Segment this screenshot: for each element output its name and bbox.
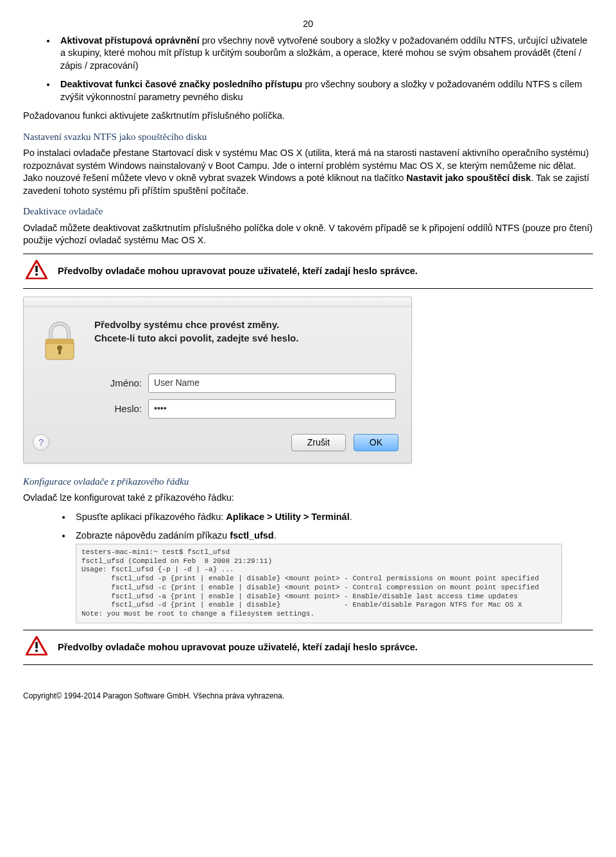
bullet-item: Zobrazte nápovědu zadáním příkazu fsctl_… bbox=[72, 530, 593, 623]
terminal-output: testers-mac-mini:~ test$ fsctl_ufsd fsct… bbox=[76, 544, 562, 623]
heading-cli: Konfigurace ovladače z příkazového řádku bbox=[23, 475, 593, 488]
svg-rect-2 bbox=[35, 273, 37, 275]
bullet-item: Deaktivovat funkci časové značky posledn… bbox=[56, 78, 593, 103]
ok-button[interactable]: OK bbox=[354, 434, 398, 451]
text-bold: Nastavit jako spouštěcí disk bbox=[406, 173, 531, 183]
alert-text: Předvolby ovladače mohou upravovat pouze… bbox=[58, 641, 418, 654]
password-label: Heslo: bbox=[101, 403, 142, 415]
cancel-button[interactable]: Zrušit bbox=[291, 434, 346, 451]
lock-icon bbox=[37, 318, 83, 368]
heading-deactivate: Deaktivace ovladače bbox=[23, 205, 593, 218]
cli-bullets: Spusťte aplikaci příkazového řádku: Apli… bbox=[23, 511, 593, 623]
bullet-item: Spusťte aplikaci příkazového řádku: Apli… bbox=[72, 511, 593, 524]
alert-box: Předvolby ovladače mohou upravovat pouze… bbox=[23, 254, 593, 290]
help-button[interactable]: ? bbox=[33, 434, 49, 451]
text: Spusťte aplikaci příkazového řádku: bbox=[76, 512, 226, 522]
paragraph: Ovladač lze konfigurovat také z příkazov… bbox=[23, 492, 593, 505]
warning-icon bbox=[26, 260, 47, 283]
paragraph: Po instalaci ovladače přestane Startovac… bbox=[23, 147, 593, 197]
bullet-bold: Aktivovat přístupová oprávnění bbox=[60, 35, 200, 46]
bullet-item: Aktivovat přístupová oprávnění pro všech… bbox=[56, 35, 593, 73]
svg-rect-1 bbox=[35, 266, 37, 272]
name-label: Jméno: bbox=[101, 377, 142, 390]
dialog-line1: Předvolby systému chce provést změny. bbox=[94, 318, 298, 331]
top-bullet-list: Aktivovat přístupová oprávnění pro všech… bbox=[23, 35, 593, 104]
alert-text: Předvolby ovladače mohou upravovat pouze… bbox=[58, 265, 418, 278]
password-field[interactable]: •••• bbox=[148, 399, 396, 419]
auth-dialog: Předvolby systému chce provést změny. Ch… bbox=[23, 297, 593, 463]
footer-copyright: Copyright© 1994-2014 Paragon Software Gm… bbox=[23, 691, 593, 701]
page-number: 20 bbox=[23, 18, 593, 31]
text: . bbox=[350, 512, 352, 522]
svg-rect-4 bbox=[46, 339, 74, 344]
text-bold: fsctl_ufsd bbox=[230, 530, 274, 541]
text-bold: Aplikace > Utility > Terminál bbox=[226, 512, 349, 522]
svg-rect-6 bbox=[58, 349, 61, 354]
warning-icon bbox=[26, 636, 47, 659]
bullet-bold: Deaktivovat funkci časové značky posledn… bbox=[60, 79, 302, 89]
paragraph: Ovladač můžete deaktivovat zaškrtnutím p… bbox=[23, 222, 593, 247]
svg-rect-9 bbox=[35, 650, 37, 652]
text: Zobrazte nápovědu zadáním příkazu bbox=[76, 530, 230, 541]
dialog-titlebar bbox=[24, 297, 411, 307]
heading-boot: Nastavení svazku NTFS jako spouštěcího d… bbox=[23, 130, 593, 143]
dialog-line2: Chcete-li tuto akci povolit, zadejte své… bbox=[94, 332, 298, 345]
name-field[interactable]: User Name bbox=[148, 374, 396, 393]
paragraph: Požadovanou funkci aktivujete zaškrtnutí… bbox=[23, 110, 593, 123]
svg-rect-8 bbox=[35, 642, 37, 648]
text: . bbox=[274, 530, 277, 541]
alert-box: Předvolby ovladače mohou upravovat pouze… bbox=[23, 630, 593, 666]
